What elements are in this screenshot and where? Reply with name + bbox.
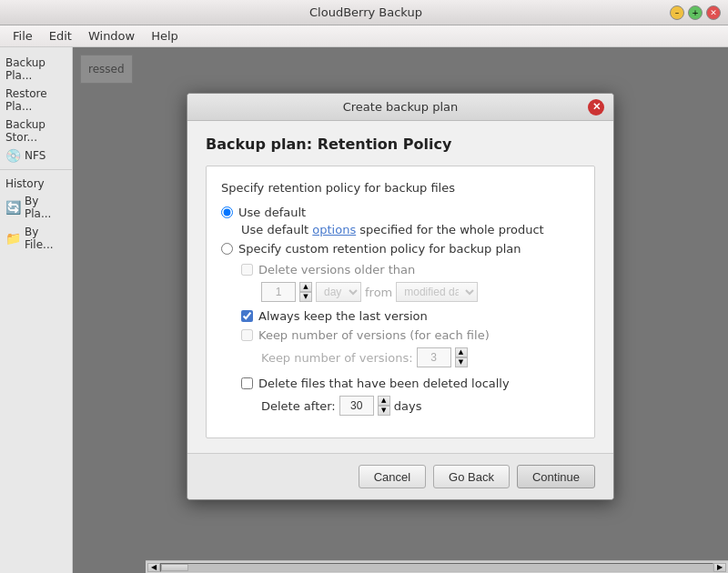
keep-number-prefix: Keep number of versions: bbox=[261, 351, 413, 365]
app-body: Backup Pla... Restore Pla... Backup Stor… bbox=[0, 47, 728, 573]
delete-after-suffix: days bbox=[394, 399, 422, 413]
by-file-icon: 📁 bbox=[5, 231, 21, 246]
use-default-desc: Use default options specified for the wh… bbox=[221, 223, 580, 236]
sidebar-item-by-file[interactable]: 📁 By File... bbox=[0, 223, 72, 254]
custom-retention-label[interactable]: Specify custom retention policy for back… bbox=[238, 242, 521, 256]
maximize-button[interactable]: + bbox=[688, 5, 703, 20]
delete-after-value-input[interactable] bbox=[339, 396, 374, 416]
delete-files-checkbox[interactable] bbox=[241, 377, 253, 389]
delete-after-prefix: Delete after: bbox=[261, 399, 336, 413]
delete-after-spinner: ▲ ▼ bbox=[378, 396, 390, 416]
scroll-left-btn[interactable]: ◀ bbox=[147, 563, 160, 572]
scroll-right-btn[interactable]: ▶ bbox=[713, 563, 726, 572]
scrollbar-track bbox=[160, 563, 713, 572]
dialog-title: Create backup plan bbox=[213, 100, 588, 114]
by-plan-icon: 🔄 bbox=[5, 200, 21, 215]
day-value-input[interactable] bbox=[261, 282, 296, 302]
always-keep-row: Always keep the last version bbox=[241, 309, 580, 323]
sidebar-item-nfs[interactable]: 💿 NFS bbox=[0, 146, 72, 166]
use-default-desc-pre: Use default bbox=[241, 223, 312, 236]
day-spinner: ▲ ▼ bbox=[299, 282, 312, 302]
dialog-body: Backup plan: Retention Policy Specify re… bbox=[187, 121, 613, 453]
delete-after-spin-down[interactable]: ▼ bbox=[378, 406, 390, 416]
delete-after-spin-up[interactable]: ▲ bbox=[378, 396, 390, 406]
minimize-button[interactable]: – bbox=[670, 5, 684, 20]
use-default-label[interactable]: Use default bbox=[238, 206, 306, 219]
menu-help[interactable]: Help bbox=[144, 27, 186, 45]
delete-files-section: Delete files that have been deleted loca… bbox=[241, 377, 580, 416]
custom-retention-radio[interactable] bbox=[221, 243, 233, 255]
title-bar: CloudBerry Backup – + ✕ bbox=[0, 0, 728, 25]
menu-file[interactable]: File bbox=[5, 27, 40, 45]
app-title: CloudBerry Backup bbox=[62, 5, 670, 19]
day-input-row: ▲ ▼ day from modified date bbox=[241, 282, 580, 302]
close-button[interactable]: ✕ bbox=[706, 5, 721, 20]
dialog-heading: Backup plan: Retention Policy bbox=[206, 136, 595, 153]
dialog-title-bar: Create backup plan ✕ bbox=[187, 94, 613, 121]
delete-versions-label: Delete versions older than bbox=[258, 263, 415, 276]
from-label: from bbox=[365, 286, 392, 299]
sidebar: Backup Pla... Restore Pla... Backup Stor… bbox=[0, 47, 73, 573]
keep-spin-up[interactable]: ▲ bbox=[455, 347, 468, 357]
continue-button[interactable]: Continue bbox=[517, 465, 595, 488]
menu-bar: File Edit Window Help bbox=[0, 25, 728, 47]
always-keep-label: Always keep the last version bbox=[258, 309, 428, 323]
cancel-button[interactable]: Cancel bbox=[359, 465, 426, 488]
keep-number-row: Keep number of versions (for each file) bbox=[241, 328, 580, 342]
options-link[interactable]: options bbox=[312, 223, 356, 236]
section-description: Specify retention policy for backup file… bbox=[221, 181, 580, 195]
delete-versions-checkbox[interactable] bbox=[241, 264, 253, 276]
keep-number-value-input[interactable] bbox=[417, 347, 451, 367]
keep-number-spinner: ▲ ▼ bbox=[455, 347, 468, 367]
always-keep-checkbox[interactable] bbox=[241, 310, 253, 322]
keep-spin-down[interactable]: ▼ bbox=[455, 357, 468, 367]
custom-retention-row: Specify custom retention policy for back… bbox=[221, 242, 580, 256]
date-type-select[interactable]: modified date bbox=[396, 282, 478, 302]
sidebar-history-label: History bbox=[0, 174, 72, 192]
custom-area: Delete versions older than ▲ ▼ bbox=[221, 263, 580, 416]
use-default-row: Use default bbox=[221, 206, 580, 219]
sidebar-label-restore-plans: Restore Pla... bbox=[0, 84, 72, 115]
day-spin-up[interactable]: ▲ bbox=[299, 282, 312, 292]
day-unit-select[interactable]: day bbox=[316, 282, 361, 302]
delete-after-row: Delete after: ▲ ▼ days bbox=[241, 396, 580, 416]
use-default-radio[interactable] bbox=[221, 206, 233, 218]
sidebar-item-by-plan[interactable]: 🔄 By Pla... bbox=[0, 192, 72, 223]
delete-versions-row: Delete versions older than bbox=[241, 263, 580, 276]
sidebar-label-backup-plans: Backup Pla... bbox=[0, 53, 72, 84]
menu-edit[interactable]: Edit bbox=[42, 27, 79, 45]
main-area: ◀ ▶ 🔄 🔍 ressed Create backup plan bbox=[73, 47, 728, 573]
go-back-button[interactable]: Go Back bbox=[433, 465, 510, 488]
keep-number-input-row: Keep number of versions: ▲ ▼ bbox=[241, 347, 580, 367]
delete-files-row: Delete files that have been deleted loca… bbox=[241, 377, 580, 390]
delete-files-label: Delete files that have been deleted loca… bbox=[258, 377, 510, 390]
horizontal-scrollbar: ◀ ▶ bbox=[146, 560, 728, 573]
sidebar-nfs-label: NFS bbox=[25, 149, 46, 162]
sidebar-by-plan-label: By Pla... bbox=[25, 195, 66, 220]
dialog-footer: Cancel Go Back Continue bbox=[187, 453, 613, 499]
dialog-inner: Specify retention policy for backup file… bbox=[206, 166, 595, 438]
keep-number-label: Keep number of versions (for each file) bbox=[258, 328, 490, 342]
day-spin-down[interactable]: ▼ bbox=[299, 292, 312, 302]
modal-overlay: Create backup plan ✕ Backup plan: Retent… bbox=[73, 47, 728, 573]
dialog-close-button[interactable]: ✕ bbox=[588, 99, 604, 116]
sidebar-divider bbox=[0, 169, 72, 170]
retention-options: Use default Use default options specifie… bbox=[221, 206, 580, 256]
sidebar-label-backup-storage: Backup Stor... bbox=[0, 115, 72, 146]
keep-number-checkbox[interactable] bbox=[241, 329, 253, 341]
menu-window[interactable]: Window bbox=[81, 27, 142, 45]
dialog: Create backup plan ✕ Backup plan: Retent… bbox=[187, 93, 614, 500]
use-default-desc-post: specified for the whole product bbox=[356, 223, 544, 236]
app-window: CloudBerry Backup – + ✕ File Edit Window… bbox=[0, 0, 728, 573]
sidebar-by-file-label: By File... bbox=[25, 226, 66, 251]
window-controls: – + ✕ bbox=[670, 5, 721, 20]
nfs-icon: 💿 bbox=[5, 148, 21, 163]
scrollbar-thumb[interactable] bbox=[161, 564, 188, 571]
